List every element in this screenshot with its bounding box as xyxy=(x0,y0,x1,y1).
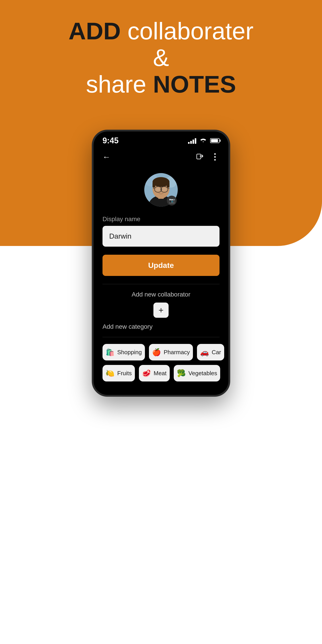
hero-section: ADD collaborater & share NOTES xyxy=(0,18,322,98)
hero-notes-text: NOTES xyxy=(153,71,236,98)
hero-line-1: ADD collaborater xyxy=(0,18,322,44)
display-name-input[interactable] xyxy=(103,226,219,247)
svg-point-16 xyxy=(156,188,160,191)
avatar-wrapper: 📷 xyxy=(144,173,178,206)
category-chip-pharmacy[interactable]: 🍎 Pharmacy xyxy=(149,344,193,360)
meat-label: Meat xyxy=(154,370,166,377)
phone-mockup: 9:45 ← xyxy=(92,130,230,397)
nav-right-icons: ⋮ xyxy=(196,152,219,162)
display-name-label: Display name xyxy=(103,216,219,223)
divider-1 xyxy=(103,284,219,284)
hero-collaborater-text: collaborater xyxy=(121,18,253,44)
svg-point-17 xyxy=(162,188,166,191)
hero-add-text: ADD xyxy=(69,18,121,44)
camera-button[interactable]: 📷 xyxy=(167,196,177,206)
share-button[interactable] xyxy=(196,152,204,162)
shopping-label: Shopping xyxy=(117,349,142,356)
svg-rect-0 xyxy=(197,154,201,159)
svg-rect-9 xyxy=(153,182,155,188)
app-content: ← ⋮ xyxy=(94,148,228,395)
category-chip-car[interactable]: 🚗 Car xyxy=(197,344,224,360)
category-chip-meat[interactable]: 🥩 Meat xyxy=(139,365,170,382)
svg-rect-10 xyxy=(167,182,169,188)
meat-icon: 🥩 xyxy=(142,369,151,378)
hero-share-text: share xyxy=(86,71,153,98)
top-navigation: ← ⋮ xyxy=(103,152,219,162)
status-bar: 9:45 xyxy=(94,132,228,148)
collaborator-section: Add new collaborator + Add new category xyxy=(103,291,219,330)
category-chip-shopping[interactable]: 🛍️ Shopping xyxy=(103,344,145,360)
more-options-button[interactable]: ⋮ xyxy=(211,152,219,162)
pharmacy-label: Pharmacy xyxy=(164,349,190,356)
back-button[interactable]: ← xyxy=(103,152,111,162)
update-button[interactable]: Update xyxy=(103,255,219,276)
vegetables-label: Vegetables xyxy=(188,370,217,377)
shopping-icon: 🛍️ xyxy=(106,348,115,356)
avatar-section: 📷 xyxy=(103,173,219,206)
status-icons xyxy=(188,137,219,144)
divider-2 xyxy=(103,337,219,337)
category-grid-row1: 🛍️ Shopping 🍎 Pharmacy 🚗 Car xyxy=(103,344,219,360)
fruits-icon: 🍋 xyxy=(106,369,115,378)
wifi-icon xyxy=(200,137,206,144)
signal-bars-icon xyxy=(188,138,196,144)
vegetables-icon: 🥦 xyxy=(177,369,186,378)
phone-frame: 9:45 ← xyxy=(92,130,230,397)
category-chip-fruits[interactable]: 🍋 Fruits xyxy=(103,365,135,382)
pharmacy-icon: 🍎 xyxy=(152,348,161,356)
category-chip-vegetables[interactable]: 🥦 Vegetables xyxy=(174,365,220,382)
add-collaborator-title: Add new collaborator xyxy=(103,291,219,298)
add-collaborator-button[interactable]: + xyxy=(154,302,168,318)
battery-icon xyxy=(210,138,219,143)
hero-line-3: share NOTES xyxy=(0,71,322,98)
car-icon: 🚗 xyxy=(200,348,209,356)
fruits-label: Fruits xyxy=(117,370,132,377)
category-grid-row2: 🍋 Fruits 🥩 Meat 🥦 Vegetables xyxy=(103,365,219,382)
car-label: Car xyxy=(212,349,221,356)
add-category-label: Add new category xyxy=(103,323,219,330)
hero-line-2: & xyxy=(0,44,322,71)
status-time: 9:45 xyxy=(103,136,119,145)
